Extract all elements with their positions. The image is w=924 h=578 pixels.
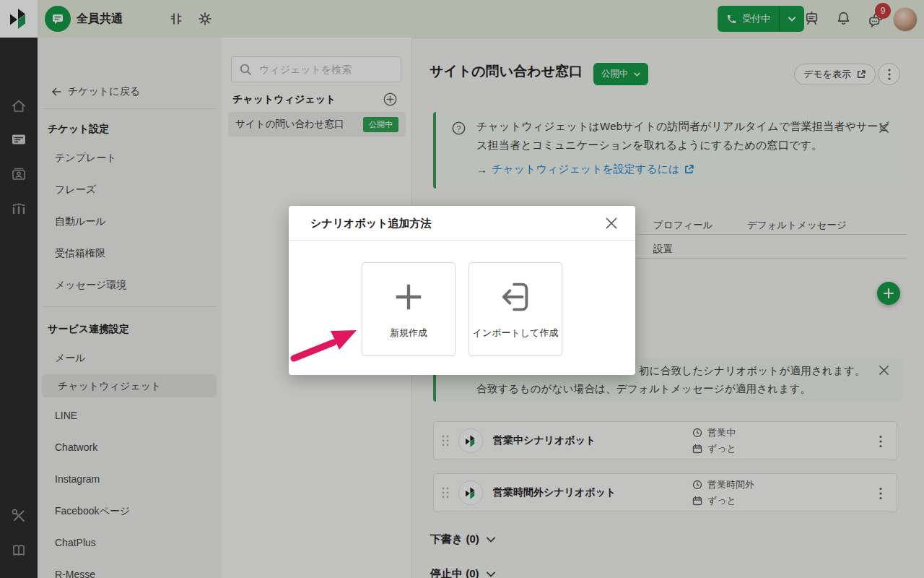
create-new-label: 新規作成 bbox=[390, 327, 427, 340]
modal-title: シナリオボット追加方法 bbox=[310, 217, 431, 230]
modal-header: シナリオボット追加方法 bbox=[289, 206, 635, 241]
annotation-arrow bbox=[287, 324, 361, 366]
import-option[interactable]: インポートして作成 bbox=[468, 262, 562, 356]
close-icon[interactable] bbox=[605, 217, 618, 230]
plus-icon bbox=[391, 279, 427, 315]
create-new-option[interactable]: 新規作成 bbox=[362, 262, 456, 356]
app-window: 全員共通 受付中 bbox=[0, 0, 924, 578]
import-label: インポートして作成 bbox=[473, 327, 559, 340]
import-icon bbox=[497, 279, 533, 315]
